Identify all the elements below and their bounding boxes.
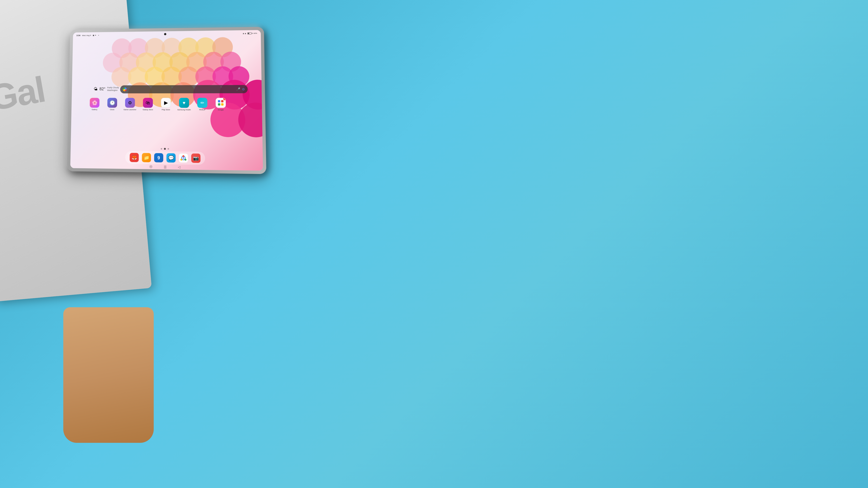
back-button[interactable]: ◁	[178, 165, 180, 169]
app-clock[interactable]: 🕐 Clock	[103, 96, 121, 112]
samsung-health-icon[interactable]: ♥	[179, 98, 189, 108]
weather-icon: 🌤	[94, 87, 98, 92]
clock-label: Clock	[110, 109, 114, 111]
gallery-icon[interactable]: 🌸	[90, 98, 99, 107]
app-galaxy-store[interactable]: 🛍 Galaxy Store	[139, 96, 157, 112]
weather-temperature: 82°	[99, 87, 105, 92]
battery-percent: 44%	[253, 32, 257, 34]
galaxy-store-icon[interactable]: 🛍	[143, 98, 153, 108]
svg-rect-1	[221, 100, 223, 102]
google-badge: 1	[223, 98, 226, 100]
google-label: Google	[218, 109, 223, 111]
penup-label: PENUP	[199, 109, 206, 111]
status-right: ▲▲ 44%	[242, 32, 257, 35]
navigation-bar: ⦿ ||| ◁	[70, 163, 263, 171]
box-text: Gal	[0, 68, 48, 119]
dock-app-fox[interactable]: 🦊	[130, 153, 139, 162]
status-time: 3:34	[76, 34, 80, 37]
penup-icon[interactable]: ✏	[197, 98, 208, 108]
app-penup[interactable]: ✏ PENUP	[193, 96, 211, 112]
galaxy-store-label: Galaxy Store	[143, 109, 153, 111]
dock-app-messages[interactable]: 💬	[166, 153, 176, 162]
weather-condition: Partly Cloudy Washington	[107, 87, 119, 92]
app-samsung-health[interactable]: ♥ Samsung Health	[175, 96, 193, 112]
dot-2-active	[164, 148, 166, 150]
lens-search-icon[interactable]: ⊙	[242, 87, 245, 91]
hand	[63, 307, 154, 443]
google-search-bar[interactable]: G 🎤 ⊙	[120, 85, 248, 93]
play-store-icon[interactable]: ▶	[161, 98, 171, 108]
recent-apps-button[interactable]: ⦿	[149, 165, 153, 168]
status-icons: ▣ ✦	[93, 34, 96, 36]
home-screen[interactable]: 🌤 82° Partly Cloudy Washington G 🎤 ⊙	[70, 36, 263, 171]
battery-indicator	[247, 32, 252, 34]
dock-app-folder[interactable]: 📁	[142, 153, 151, 162]
status-left: 3:34 Wed. Aug 9 ▣ ✦ •	[76, 34, 99, 37]
game-launcher-icon[interactable]: ⚙	[125, 98, 135, 108]
dock-app-chrome[interactable]	[179, 153, 188, 163]
wifi-icon: ▲▲	[242, 32, 246, 35]
tablet-screen: 3:34 Wed. Aug 9 ▣ ✦ • ▲▲ 44%	[70, 30, 263, 171]
game-launcher-label: Game Launcher	[124, 109, 136, 111]
search-input-area[interactable]	[129, 89, 235, 90]
dock-app-nine[interactable]: 9	[154, 153, 163, 162]
app-google[interactable]: 1 Google	[211, 96, 230, 112]
dock-app-screenshot[interactable]: 📷	[191, 153, 200, 163]
play-store-label: Play Store	[162, 109, 170, 111]
tablet-frame: 3:34 Wed. Aug 9 ▣ ✦ • ▲▲ 44%	[67, 27, 266, 174]
svg-rect-3	[221, 103, 223, 105]
weather-widget[interactable]: 🌤 82° Partly Cloudy Washington	[94, 87, 119, 92]
samsung-health-label: Samsung Health	[177, 109, 191, 111]
home-button[interactable]: |||	[164, 165, 166, 169]
voice-search-icon[interactable]: 🎤	[236, 87, 240, 91]
svg-rect-0	[218, 100, 220, 102]
clock-icon[interactable]: 🕐	[107, 98, 117, 108]
page-dots	[161, 148, 169, 150]
app-gallery[interactable]: 🌸 Gallery	[86, 96, 103, 112]
app-grid: 🌸 Gallery 🕐 Clock ⚙ Game Launcher	[86, 96, 250, 112]
google-logo: G	[123, 88, 127, 92]
app-game-launcher[interactable]: ⚙ Game Launcher	[121, 96, 139, 112]
status-date: Wed. Aug 9	[82, 34, 91, 36]
google-icon[interactable]: 1	[216, 98, 226, 108]
svg-rect-2	[218, 103, 220, 105]
dot-1	[161, 148, 162, 150]
dot-3	[167, 148, 169, 150]
app-play-store[interactable]: ▶ Play Store	[157, 96, 175, 112]
dock: 🦊 📁 9 💬	[125, 151, 205, 165]
gallery-label: Gallery	[92, 108, 97, 111]
